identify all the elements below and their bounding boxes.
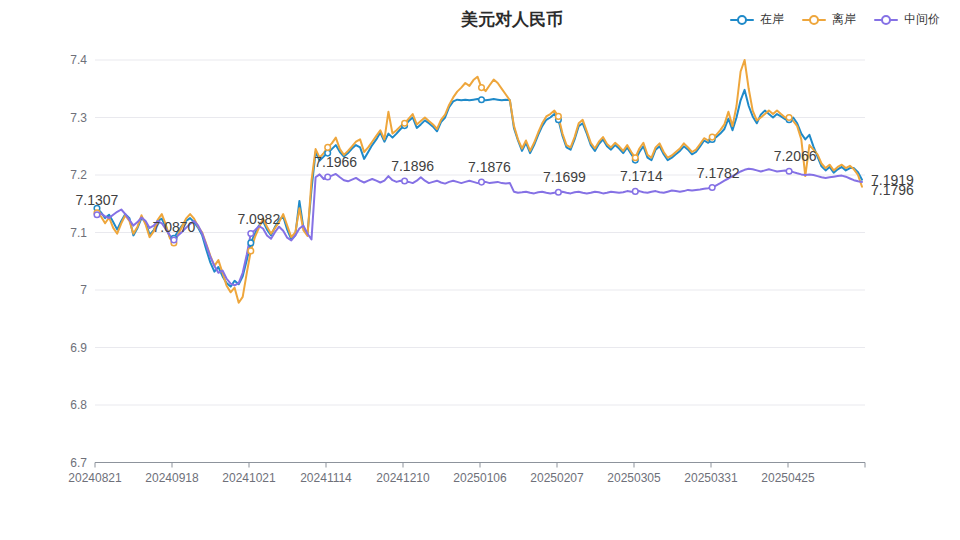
data-point-label: 7.1966 — [314, 154, 357, 170]
x-axis-tick-label: 20250207 — [530, 471, 584, 485]
data-point-marker — [556, 190, 562, 196]
data-point-marker — [248, 240, 254, 246]
onshore-legend-line-icon — [730, 15, 754, 25]
y-axis-tick-label: 6.7 — [70, 456, 87, 470]
data-point-marker — [479, 85, 485, 91]
x-axis-tick-label: 20240918 — [145, 471, 199, 485]
data-point-label: 7.1896 — [391, 158, 434, 174]
legend-item-offshore[interactable]: 离岸 — [802, 11, 856, 28]
data-point-label: 7.1782 — [697, 165, 740, 181]
data-point-marker — [402, 178, 408, 184]
x-axis-tick-label: 20240821 — [68, 471, 122, 485]
data-point-label: 7.1714 — [620, 168, 663, 184]
legend-item-midpoint[interactable]: 中间价 — [874, 11, 940, 28]
data-point-marker — [633, 155, 639, 161]
y-axis-tick-label: 7.4 — [70, 53, 87, 67]
data-point-marker — [786, 168, 792, 174]
x-axis-tick-label: 20241114 — [300, 471, 352, 485]
y-axis-tick-label: 7 — [80, 283, 87, 297]
midpoint-legend-line-icon — [874, 15, 898, 25]
data-point-marker — [709, 185, 715, 191]
data-point-label: 7.1876 — [468, 159, 511, 175]
data-point-label: 7.1307 — [76, 192, 119, 208]
y-axis-tick-label: 7.1 — [70, 226, 87, 240]
offshore-legend-line-icon — [802, 15, 826, 25]
legend-item-onshore[interactable]: 在岸 — [730, 11, 784, 28]
y-axis-tick-label: 7.2 — [70, 168, 87, 182]
data-point-marker — [94, 212, 100, 218]
data-point-marker — [556, 114, 562, 120]
legend-label-offshore: 离岸 — [832, 11, 856, 28]
data-point-marker — [402, 121, 408, 127]
data-point-marker — [709, 134, 715, 140]
data-point-marker — [248, 248, 254, 254]
data-point-label: 7.1699 — [543, 169, 586, 185]
chart-legend: 在岸 离岸 中间价 — [730, 11, 940, 28]
y-axis-tick-label: 6.8 — [70, 398, 87, 412]
data-point-label: 7.2066 — [774, 148, 817, 164]
data-point-label: 7.0982 — [237, 211, 280, 227]
x-axis-tick-label: 20250331 — [684, 471, 738, 485]
data-point-marker — [325, 174, 331, 180]
x-axis-tick-label: 20250425 — [761, 471, 815, 485]
data-point-label: 7.1796 — [871, 182, 914, 198]
y-axis-tick-label: 7.3 — [70, 111, 87, 125]
data-point-label: 7.0870 — [152, 219, 195, 235]
chart-title: 美元对人民币 — [461, 8, 563, 31]
x-axis-tick-label: 20250305 — [607, 471, 661, 485]
data-point-marker — [786, 115, 792, 121]
data-point-marker — [325, 145, 331, 151]
legend-label-onshore: 在岸 — [760, 11, 784, 28]
line-chart-plot-area: 7.47.37.27.176.96.86.7202408212024091820… — [0, 0, 960, 540]
data-point-marker — [633, 189, 639, 195]
exchange-rate-chart-page: 美元对人民币 在岸 离岸 中间价 7.47.37.27.176.96.86.72… — [0, 0, 960, 540]
x-axis-tick-label: 20250106 — [453, 471, 507, 485]
data-point-marker — [479, 97, 485, 103]
y-axis-tick-label: 6.9 — [70, 341, 87, 355]
x-axis-tick-label: 20241021 — [222, 471, 276, 485]
legend-label-midpoint: 中间价 — [904, 11, 940, 28]
x-axis-tick-label: 20241210 — [376, 471, 430, 485]
data-point-marker — [171, 237, 177, 243]
data-point-marker — [248, 231, 254, 237]
data-point-marker — [479, 179, 485, 185]
